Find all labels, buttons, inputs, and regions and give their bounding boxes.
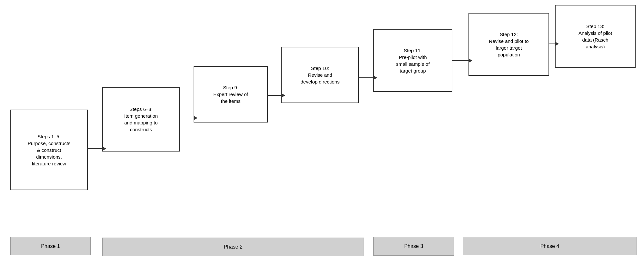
phase-bar-phase4: Phase 4 xyxy=(463,237,637,255)
arrow-arrow5 xyxy=(452,58,472,63)
arrow-head xyxy=(555,42,559,46)
step-box-step7: Step 13:Analysis of pilotdata (Raschanal… xyxy=(555,5,636,68)
step-box-step3: Step 9:Expert review ofthe items xyxy=(194,66,268,123)
arrow-arrow6 xyxy=(549,42,559,46)
arrow-head xyxy=(373,75,377,80)
arrow-arrow3 xyxy=(268,93,285,98)
step-box-step5: Step 11:Pre-pilot withsmall sample oftar… xyxy=(373,29,452,92)
phase-bar-phase1: Phase 1 xyxy=(10,237,91,255)
arrow-arrow1 xyxy=(88,146,106,151)
phase-bar-phase3: Phase 3 xyxy=(373,237,454,256)
arrow-head xyxy=(281,93,285,98)
step-box-step1: Steps 1–5:Purpose, constructs& construct… xyxy=(10,110,88,190)
arrow-head xyxy=(194,116,197,120)
phase-bar-phase2: Phase 2 xyxy=(102,238,364,256)
arrow-head xyxy=(468,58,472,63)
arrow-arrow2 xyxy=(180,116,197,120)
arrow-arrow4 xyxy=(359,75,377,80)
step-box-step2: Steps 6–8:Item generationand mapping toc… xyxy=(102,87,180,152)
arrow-head xyxy=(102,146,106,151)
step-box-step6: Step 12:Revise and pilot tolarger target… xyxy=(468,13,549,76)
diagram-container: Steps 1–5:Purpose, constructs& construct… xyxy=(0,0,644,265)
step-box-step4: Step 10:Revise anddevelop directions xyxy=(281,47,359,103)
